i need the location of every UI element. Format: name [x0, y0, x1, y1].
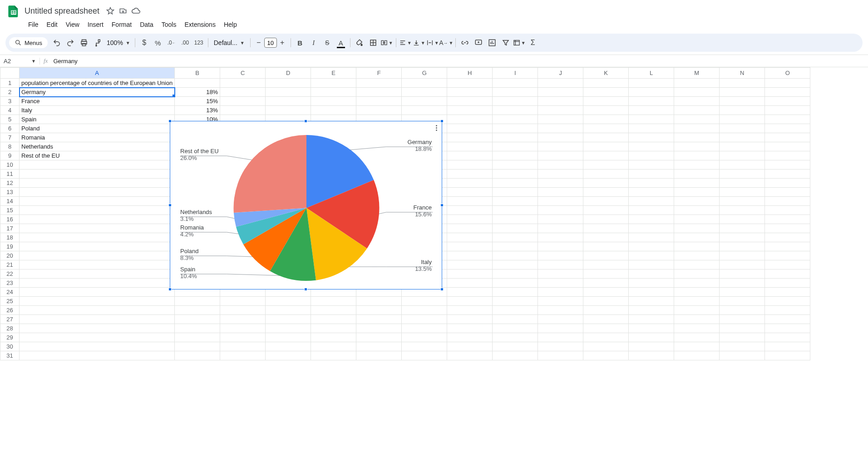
cell-O9[interactable] — [765, 151, 810, 160]
cell-O28[interactable] — [765, 324, 810, 333]
cell-N23[interactable] — [720, 279, 765, 288]
cell-L6[interactable] — [629, 124, 674, 133]
row-header-8[interactable]: 8 — [0, 142, 20, 151]
cell-L13[interactable] — [629, 188, 674, 197]
cell-M31[interactable] — [674, 351, 720, 360]
menu-format[interactable]: Format — [108, 19, 135, 30]
cell-K28[interactable] — [583, 324, 629, 333]
cell-G28[interactable] — [402, 324, 447, 333]
cell-A20[interactable] — [20, 251, 175, 260]
cell-D1[interactable] — [266, 79, 311, 88]
cell-L26[interactable] — [629, 306, 674, 315]
cell-I27[interactable] — [493, 315, 538, 324]
cell-I19[interactable] — [493, 242, 538, 251]
column-header-K[interactable]: K — [583, 68, 629, 79]
cell-O1[interactable] — [765, 79, 810, 88]
cell-F3[interactable] — [356, 97, 402, 106]
cell-N26[interactable] — [720, 306, 765, 315]
cell-D29[interactable] — [266, 333, 311, 342]
cell-O16[interactable] — [765, 215, 810, 224]
cell-O22[interactable] — [765, 269, 810, 279]
cell-J8[interactable] — [538, 142, 583, 151]
cell-I20[interactable] — [493, 251, 538, 260]
cell-O25[interactable] — [765, 297, 810, 306]
cell-E4[interactable] — [311, 106, 356, 115]
cell-M17[interactable] — [674, 224, 720, 233]
row-header-26[interactable]: 26 — [0, 306, 20, 315]
cell-L1[interactable] — [629, 79, 674, 88]
horizontal-align-button[interactable]: ▼ — [399, 36, 412, 49]
cell-J25[interactable] — [538, 297, 583, 306]
undo-button[interactable] — [50, 36, 63, 49]
cell-J24[interactable] — [538, 288, 583, 297]
cell-L21[interactable] — [629, 260, 674, 269]
cell-M12[interactable] — [674, 179, 720, 188]
cell-O12[interactable] — [765, 179, 810, 188]
cell-M20[interactable] — [674, 251, 720, 260]
cell-N29[interactable] — [720, 333, 765, 342]
cell-I22[interactable] — [493, 269, 538, 279]
row-header-15[interactable]: 15 — [0, 206, 20, 215]
cell-K6[interactable] — [583, 124, 629, 133]
column-header-F[interactable]: F — [356, 68, 402, 79]
cell-I9[interactable] — [493, 151, 538, 160]
cell-M19[interactable] — [674, 242, 720, 251]
cell-A11[interactable] — [20, 170, 175, 179]
cell-K14[interactable] — [583, 197, 629, 206]
cell-M10[interactable] — [674, 160, 720, 170]
cell-I17[interactable] — [493, 224, 538, 233]
column-header-A[interactable]: A — [20, 68, 175, 79]
cell-I26[interactable] — [493, 306, 538, 315]
cell-O24[interactable] — [765, 288, 810, 297]
cell-H8[interactable] — [447, 142, 493, 151]
cell-A23[interactable] — [20, 279, 175, 288]
cell-E29[interactable] — [311, 333, 356, 342]
menu-view[interactable]: View — [62, 19, 83, 30]
cell-J27[interactable] — [538, 315, 583, 324]
cell-L30[interactable] — [629, 342, 674, 351]
cell-I14[interactable] — [493, 197, 538, 206]
cell-K16[interactable] — [583, 215, 629, 224]
cloud-status-icon[interactable] — [131, 6, 140, 15]
cell-O7[interactable] — [765, 133, 810, 142]
cell-O20[interactable] — [765, 251, 810, 260]
cell-A8[interactable]: Netherlands — [20, 142, 175, 151]
cell-H15[interactable] — [447, 206, 493, 215]
cell-K2[interactable] — [583, 88, 629, 97]
cell-H9[interactable] — [447, 151, 493, 160]
chart-menu-button[interactable] — [436, 124, 437, 132]
cell-K29[interactable] — [583, 333, 629, 342]
cell-K9[interactable] — [583, 151, 629, 160]
cell-L16[interactable] — [629, 215, 674, 224]
column-header-C[interactable]: C — [220, 68, 266, 79]
cell-L10[interactable] — [629, 160, 674, 170]
cell-J10[interactable] — [538, 160, 583, 170]
cell-C31[interactable] — [220, 351, 266, 360]
cell-F30[interactable] — [356, 342, 402, 351]
cell-L22[interactable] — [629, 269, 674, 279]
font-size-increase[interactable]: + — [277, 37, 288, 48]
cell-O13[interactable] — [765, 188, 810, 197]
cell-G4[interactable] — [402, 106, 447, 115]
cell-K25[interactable] — [583, 297, 629, 306]
column-header-G[interactable]: G — [402, 68, 447, 79]
cell-M15[interactable] — [674, 206, 720, 215]
cell-K27[interactable] — [583, 315, 629, 324]
cell-J4[interactable] — [538, 106, 583, 115]
cell-J14[interactable] — [538, 197, 583, 206]
cell-C25[interactable] — [220, 297, 266, 306]
cell-H21[interactable] — [447, 260, 493, 269]
cell-F4[interactable] — [356, 106, 402, 115]
cell-N4[interactable] — [720, 106, 765, 115]
cell-N13[interactable] — [720, 188, 765, 197]
cell-E25[interactable] — [311, 297, 356, 306]
functions-button[interactable]: Σ — [527, 36, 539, 49]
cell-N17[interactable] — [720, 224, 765, 233]
column-header-N[interactable]: N — [720, 68, 765, 79]
cell-J12[interactable] — [538, 179, 583, 188]
cell-C29[interactable] — [220, 333, 266, 342]
cell-A29[interactable] — [20, 333, 175, 342]
cell-F25[interactable] — [356, 297, 402, 306]
cell-A4[interactable]: Italy — [20, 106, 175, 115]
text-rotation-button[interactable]: A→▼ — [440, 36, 453, 49]
